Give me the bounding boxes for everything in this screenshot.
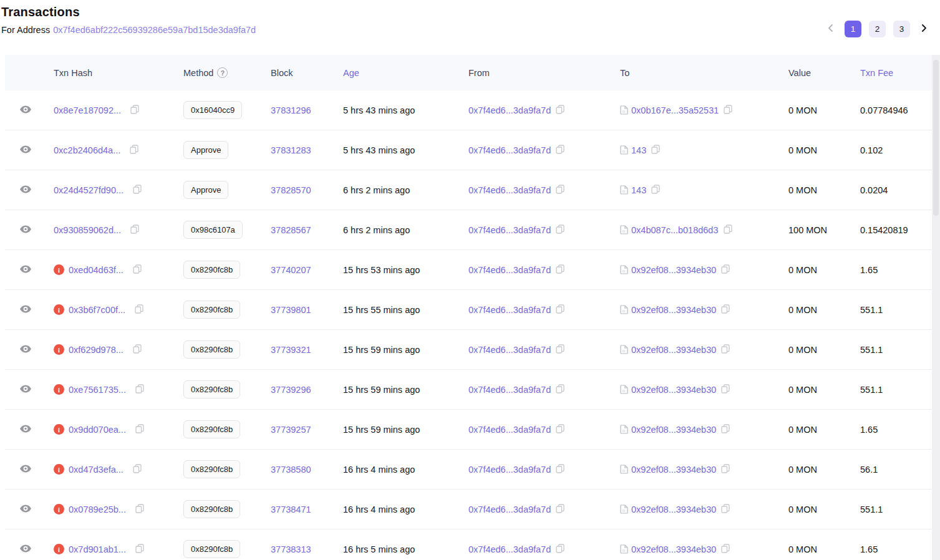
txn-hash-link[interactable]: 0xe7561735...	[69, 385, 126, 395]
txn-hash-link[interactable]: 0xd47d3efa...	[69, 465, 124, 475]
copy-to-address-button[interactable]	[721, 384, 730, 395]
txn-hash-link[interactable]: 0x9dd070ea...	[69, 425, 126, 435]
block-link[interactable]: 37739296	[271, 385, 311, 395]
txn-hash-link[interactable]: 0x3b6f7c00f...	[69, 305, 125, 315]
block-link[interactable]: 37738580	[271, 465, 311, 475]
copy-txn-hash-button[interactable]	[135, 424, 144, 435]
copy-from-address-button[interactable]	[556, 145, 564, 156]
copy-txn-hash-button[interactable]	[130, 224, 139, 236]
copy-from-address-button[interactable]	[556, 304, 564, 316]
to-address-link[interactable]: 143	[631, 185, 646, 195]
preview-transaction-button[interactable]	[19, 264, 32, 276]
block-link[interactable]: 37739321	[271, 345, 311, 355]
copy-txn-hash-button[interactable]	[135, 384, 144, 395]
to-address-link[interactable]: 0x92ef08...3934eb30	[631, 465, 716, 475]
preview-transaction-button[interactable]	[19, 344, 32, 356]
copy-txn-hash-button[interactable]	[133, 344, 142, 355]
preview-transaction-button[interactable]	[19, 144, 32, 157]
block-link[interactable]: 37739257	[271, 425, 311, 435]
txn-hash-link[interactable]: 0x930859062d...	[54, 225, 121, 235]
from-address-link[interactable]: 0x7f4ed6...3da9fa7d	[468, 185, 551, 195]
preview-transaction-button[interactable]	[19, 423, 32, 436]
copy-txn-hash-button[interactable]	[133, 185, 142, 196]
prev-page-button[interactable]	[825, 22, 837, 36]
copy-to-address-button[interactable]	[721, 544, 730, 555]
from-address-link[interactable]: 0x7f4ed6...3da9fa7d	[468, 305, 551, 315]
txn-hash-link[interactable]: 0x24d4527fd90...	[54, 185, 124, 195]
block-link[interactable]: 37831296	[271, 105, 311, 115]
to-address-link[interactable]: 0x4b087c...b018d6d3	[631, 225, 719, 235]
from-address-link[interactable]: 0x7f4ed6...3da9fa7d	[468, 225, 551, 235]
copy-from-address-button[interactable]	[556, 424, 564, 435]
txn-hash-link[interactable]: 0xf629d978...	[69, 345, 124, 355]
copy-to-address-button[interactable]	[721, 504, 730, 515]
to-address-link[interactable]: 143	[631, 145, 646, 155]
block-link[interactable]: 37738471	[271, 504, 311, 514]
preview-transaction-button[interactable]	[19, 184, 32, 196]
preview-transaction-button[interactable]	[19, 384, 32, 396]
page-button-2[interactable]: 2	[869, 21, 886, 37]
copy-to-address-button[interactable]	[721, 464, 730, 475]
to-address-link[interactable]: 0x92ef08...3934eb30	[631, 385, 716, 395]
preview-transaction-button[interactable]	[19, 104, 32, 117]
from-address-link[interactable]: 0x7f4ed6...3da9fa7d	[468, 425, 551, 435]
copy-to-address-button[interactable]	[721, 304, 730, 316]
to-address-link[interactable]: 0x0b167e...35a52531	[631, 105, 719, 115]
block-link[interactable]: 37828567	[271, 225, 311, 235]
to-address-link[interactable]: 0x92ef08...3934eb30	[631, 265, 716, 275]
txn-hash-link[interactable]: 0xed04d63f...	[69, 265, 124, 275]
copy-txn-hash-button[interactable]	[135, 304, 143, 316]
copy-from-address-button[interactable]	[556, 224, 564, 236]
txn-hash-link[interactable]: 0xc2b2406d4a...	[54, 145, 120, 155]
page-button-1[interactable]: 1	[845, 21, 861, 37]
copy-txn-hash-button[interactable]	[135, 544, 144, 555]
from-address-link[interactable]: 0x7f4ed6...3da9fa7d	[468, 465, 551, 475]
copy-from-address-button[interactable]	[556, 105, 564, 116]
copy-to-address-button[interactable]	[724, 105, 732, 116]
copy-from-address-button[interactable]	[556, 344, 564, 355]
block-link[interactable]: 37739801	[271, 305, 311, 315]
block-link[interactable]: 37828570	[271, 185, 311, 195]
from-address-link[interactable]: 0x7f4ed6...3da9fa7d	[468, 345, 551, 355]
txn-hash-link[interactable]: 0x7d901ab1...	[69, 544, 126, 554]
next-page-button[interactable]	[918, 22, 930, 36]
column-header-age[interactable]: Age	[343, 68, 468, 78]
block-link[interactable]: 37831283	[271, 145, 311, 155]
to-address-link[interactable]: 0x92ef08...3934eb30	[631, 504, 716, 514]
copy-txn-hash-button[interactable]	[130, 145, 138, 156]
copy-from-address-button[interactable]	[556, 185, 564, 196]
from-address-link[interactable]: 0x7f4ed6...3da9fa7d	[468, 504, 551, 514]
to-address-link[interactable]: 0x92ef08...3934eb30	[631, 345, 716, 355]
to-address-link[interactable]: 0x92ef08...3934eb30	[631, 305, 716, 315]
copy-to-address-button[interactable]	[724, 224, 732, 236]
scrollbar-track[interactable]	[932, 55, 940, 560]
to-address-link[interactable]: 0x92ef08...3934eb30	[631, 425, 716, 435]
copy-to-address-button[interactable]	[651, 145, 660, 156]
copy-from-address-button[interactable]	[556, 464, 564, 475]
preview-transaction-button[interactable]	[19, 543, 32, 556]
block-link[interactable]: 37738313	[271, 544, 311, 554]
block-link[interactable]: 37740207	[271, 265, 311, 275]
from-address-link[interactable]: 0x7f4ed6...3da9fa7d	[468, 105, 551, 115]
txn-hash-link[interactable]: 0x8e7e187092...	[54, 105, 121, 115]
copy-to-address-button[interactable]	[721, 344, 730, 355]
from-address-link[interactable]: 0x7f4ed6...3da9fa7d	[468, 265, 551, 275]
copy-from-address-button[interactable]	[556, 504, 564, 515]
copy-txn-hash-button[interactable]	[133, 264, 142, 276]
question-circle-icon[interactable]: ?	[217, 67, 228, 78]
copy-txn-hash-button[interactable]	[130, 105, 139, 116]
copy-to-address-button[interactable]	[721, 264, 730, 276]
from-address-link[interactable]: 0x7f4ed6...3da9fa7d	[468, 145, 551, 155]
copy-txn-hash-button[interactable]	[133, 464, 142, 475]
scrollbar-thumb[interactable]	[933, 60, 939, 216]
copy-to-address-button[interactable]	[651, 185, 660, 196]
preview-transaction-button[interactable]	[19, 463, 32, 476]
column-header-txn-fee[interactable]: Txn Fee	[860, 68, 932, 78]
preview-transaction-button[interactable]	[19, 224, 32, 236]
copy-from-address-button[interactable]	[556, 544, 564, 555]
from-address-link[interactable]: 0x7f4ed6...3da9fa7d	[468, 385, 551, 395]
copy-from-address-button[interactable]	[556, 384, 564, 395]
preview-transaction-button[interactable]	[19, 304, 32, 316]
copy-to-address-button[interactable]	[721, 424, 730, 435]
to-address-link[interactable]: 0x92ef08...3934eb30	[631, 544, 716, 554]
